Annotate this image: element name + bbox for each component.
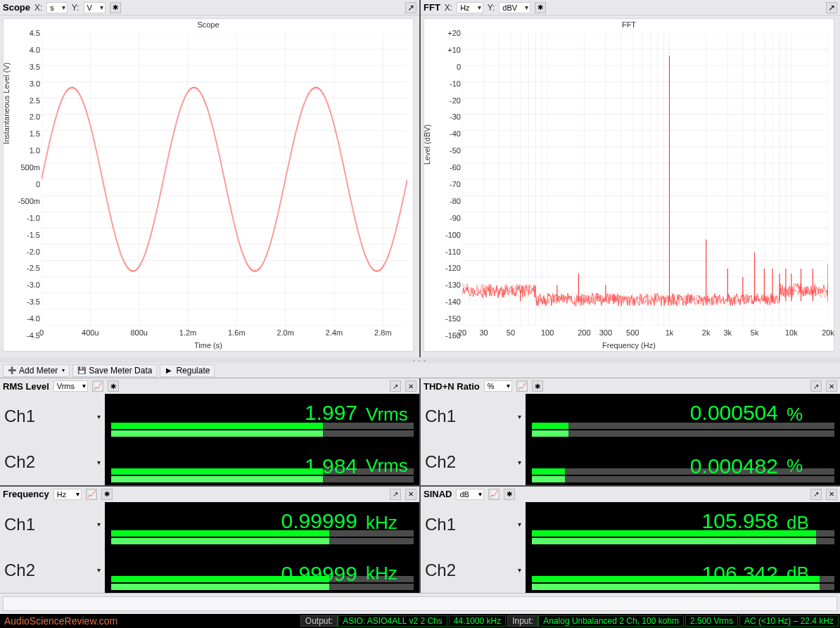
close-icon[interactable]: ✕ [826, 489, 837, 500]
close-icon[interactable]: ✕ [405, 489, 416, 500]
fft-y-label: Y: [488, 3, 495, 13]
rms-ch2-readout: 1.984 Vrms [106, 440, 419, 485]
graph-icon[interactable]: 📈 [488, 489, 499, 500]
fft-panel: FFT X: Hz Y: dBV ✱ ↗ FFT Level (dBV) Fre… [421, 0, 840, 357]
fft-ytick: -60 [427, 163, 461, 172]
rms-header: RMS Level Vrms 📈 ✱ ↗ ✕ [0, 378, 419, 394]
popout-icon[interactable]: ↗ [405, 2, 416, 13]
fft-ytick: -80 [427, 197, 461, 205]
fft-y-unit-select[interactable]: dBV [499, 2, 530, 13]
scope-y-unit-select[interactable]: V [84, 2, 106, 13]
input-bandwidth[interactable]: AC (<10 Hz) – 22.4 kHz [739, 615, 839, 627]
gear-icon[interactable]: ✱ [504, 489, 515, 500]
fft-ytick: -10 [427, 79, 461, 88]
gear-icon[interactable]: ✱ [108, 380, 119, 392]
regulate-button[interactable]: ▶ Regulate [160, 364, 215, 377]
popout-icon[interactable]: ↗ [810, 489, 822, 500]
chevron-down-icon: ▾ [97, 413, 101, 421]
thdn-ch1-value: 0.000504 [690, 401, 778, 425]
gear-icon[interactable]: ✱ [532, 380, 543, 392]
rms-unit-select[interactable]: Vrms [53, 380, 88, 392]
popout-icon[interactable]: ↗ [810, 380, 822, 392]
thdn-unit-select[interactable]: % [484, 380, 512, 392]
scope-ytick: -2.0 [6, 248, 40, 256]
fft-ytick: +10 [427, 46, 461, 54]
fft-ytick: -140 [427, 297, 461, 306]
rms-ch1-value: 1.997 [305, 401, 357, 425]
freq-ch1-label[interactable]: Ch1▾ [0, 502, 106, 548]
fft-ytick: 0 [427, 63, 461, 71]
scope-ytick: 3.0 [6, 79, 40, 88]
popout-icon[interactable]: ↗ [390, 380, 401, 392]
close-icon[interactable]: ✕ [826, 380, 837, 392]
fft-ytick: -150 [427, 314, 461, 323]
rms-ch1-label[interactable]: Ch1▾ [0, 394, 106, 440]
popout-icon[interactable]: ↗ [826, 2, 837, 13]
fft-xtick: 500 [626, 328, 639, 337]
thdn-ch1-readout: 0.000504 % [526, 394, 840, 440]
plus-icon: ➕ [8, 366, 16, 375]
thdn-ch1-label[interactable]: Ch1▾ [421, 394, 526, 440]
fft-ytick: -40 [427, 129, 461, 138]
fft-ytick: -50 [427, 146, 461, 155]
chevron-down-icon: ▾ [97, 520, 101, 528]
popout-icon[interactable]: ↗ [390, 489, 401, 500]
freq-ch2-label[interactable]: Ch2▾ [0, 547, 106, 593]
graph-icon[interactable]: 📈 [86, 489, 97, 500]
fft-chart[interactable]: FFT Level (dBV) Frequency (Hz) +20+100-1… [424, 18, 834, 352]
sinad-ch1-label[interactable]: Ch1▾ [421, 502, 526, 548]
scope-panel: Scope X: s Y: V ✱ ↗ Scope Topping D50 Da… [0, 0, 419, 357]
thdn-ch2-value: 0.000482 [690, 454, 778, 478]
regulate-label: Regulate [176, 366, 210, 376]
graph-icon[interactable]: 📈 [92, 380, 103, 392]
output-device[interactable]: ASIO: ASIO4ALL v2 2 Chs [338, 615, 447, 627]
input-label: Input: [507, 615, 538, 627]
input-level[interactable]: 2.500 Vrms [685, 615, 738, 627]
scope-xtick: 800u [130, 328, 147, 337]
horizontal-splitter[interactable]: ● ● ● [0, 357, 840, 363]
scope-ytick: 1.5 [6, 129, 40, 138]
gear-icon[interactable]: ✱ [535, 2, 546, 13]
scope-xlabel: Time (s) [4, 341, 413, 350]
watermark: AudioScienceReview.com [0, 615, 300, 627]
freq-unit-select[interactable]: Hz [53, 489, 82, 500]
rms-ch2-label[interactable]: Ch2▾ [0, 440, 106, 485]
status-bar: AudioScienceReview.com Output: ASIO: ASI… [0, 614, 840, 628]
scope-chart[interactable]: Scope Topping D50 Dashboard (samsung pho… [3, 18, 414, 352]
scope-xtick: 2.8m [374, 328, 391, 337]
graph-icon[interactable]: 📈 [516, 380, 528, 392]
scope-title: Scope [3, 2, 30, 13]
rms-ch1-bar [111, 423, 414, 429]
freq-ch2-readout: 0.99999 kHz [106, 547, 419, 593]
rms-meter-panel: RMS Level Vrms 📈 ✱ ↗ ✕ Ch1▾ 1.997 Vrms [0, 378, 419, 485]
scope-ytick: -4.5 [6, 331, 40, 340]
rms-ch2-value: 1.984 [305, 454, 357, 478]
meter-toolbar: ➕ Add Meter ▾ 💾 Save Meter Data ▶ Regula… [0, 363, 840, 378]
rms-ch1-readout: 1.997 Vrms [106, 394, 419, 440]
sinad-unit-select[interactable]: dB [456, 489, 484, 500]
gear-icon[interactable]: ✱ [101, 489, 113, 500]
fft-ytick: -160 [427, 331, 461, 340]
close-icon[interactable]: ✕ [405, 380, 416, 392]
chevron-down-icon: ▾ [518, 459, 521, 466]
input-device[interactable]: Analog Unbalanced 2 Ch, 100 kohm [538, 615, 684, 627]
thdn-ch1-bar [532, 423, 834, 429]
scope-ytick: -500m [6, 197, 40, 205]
fft-ytick: -20 [427, 96, 461, 105]
sinad-ch2-value: 106.342 [702, 562, 778, 586]
fft-ytick: -100 [427, 231, 461, 239]
scope-ytick: -2.5 [6, 264, 40, 272]
save-meter-button[interactable]: 💾 Save Meter Data [72, 364, 157, 377]
fft-x-unit-select[interactable]: Hz [457, 2, 483, 13]
fft-ytick: -30 [427, 113, 461, 121]
sinad-header: SINAD dB 📈 ✱ ↗ ✕ [421, 487, 840, 502]
fft-inner-title: FFT [424, 20, 834, 29]
sinad-ch2-label[interactable]: Ch2▾ [421, 547, 526, 593]
add-meter-button[interactable]: ➕ Add Meter ▾ [3, 364, 70, 377]
thdn-ch2-label[interactable]: Ch2▾ [421, 440, 526, 485]
freq-ch2-unit: kHz [366, 563, 412, 584]
gear-icon[interactable]: ✱ [110, 2, 121, 13]
add-meter-label: Add Meter [19, 366, 58, 376]
scope-x-unit-select[interactable]: s [46, 2, 68, 13]
output-rate[interactable]: 44.1000 kHz [449, 615, 506, 627]
